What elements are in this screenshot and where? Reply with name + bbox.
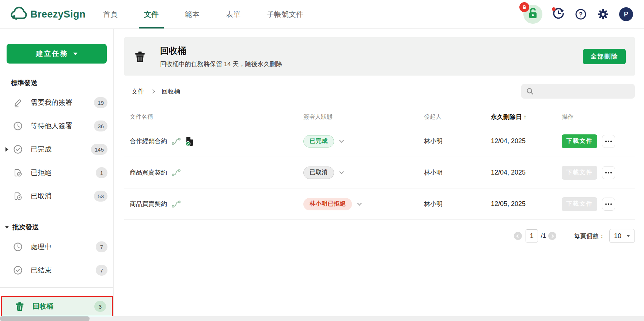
horizontal-scrollbar[interactable] [0,316,644,321]
sidebar: 建立任務 標準發送 需要我的簽署 19 等待他人簽署 36 已完成 145 [0,29,114,316]
search-input[interactable] [537,88,630,95]
count-badge: 7 [96,241,107,252]
status-badge[interactable]: 已取消 [303,167,334,179]
history-button[interactable] [552,7,565,22]
sidebar-item-finished[interactable]: 已結束 7 [0,259,113,282]
sidebar-item-rejected[interactable]: 已拒絕 1 [0,161,113,184]
notification-badge [519,2,529,12]
sidebar-item-need-my-signature[interactable]: 需要我的簽署 19 [0,91,113,114]
document-name[interactable]: 合作經銷合約 [130,137,167,145]
next-page-button[interactable] [548,232,556,240]
nav-item-forms[interactable]: 表單 [213,0,254,28]
chevron-down-icon[interactable] [339,169,344,174]
workflow-icon [171,137,181,146]
delete-all-button[interactable]: 全部刪除 [583,49,626,64]
column-actions: 操作 [562,113,635,121]
per-page-select[interactable]: 10 [609,229,635,243]
previous-page-button[interactable] [514,232,522,240]
sidebar-item-label: 等待他人簽署 [31,121,72,131]
notification-dot [552,7,556,11]
column-initiator: 發起人 [424,113,491,121]
table-header-row: 文件名稱 簽署人狀態 發起人 永久刪除日 ↑ 操作 [124,108,635,126]
count-badge: 1 [96,167,107,178]
scrollbar-thumb[interactable] [0,316,90,321]
question-icon: ? [575,8,587,20]
pencil-icon [13,98,23,107]
more-actions-button[interactable] [602,135,615,148]
search-icon [526,88,534,95]
document-name[interactable]: 商品買賣契約 [130,168,167,177]
sidebar-item-completed[interactable]: 已完成 145 [0,138,113,161]
chevron-right-icon [151,89,155,93]
create-task-label: 建立任務 [36,49,68,58]
header-actions: ? P [523,5,633,24]
open-lock-icon [527,8,538,21]
count-badge: 7 [96,265,107,276]
primary-nav: 首頁 文件 範本 表單 子帳號文件 [90,0,317,28]
user-avatar[interactable]: P [619,7,633,21]
sidebar-item-label: 處理中 [31,242,52,252]
sidebar-item-label: 已結束 [31,265,52,275]
expand-caret-icon[interactable] [5,147,8,152]
trash-icon [135,50,145,63]
gear-icon [596,8,610,21]
pagination: /1 每頁個數： 10 [124,229,635,243]
sidebar-item-processing[interactable]: 處理中 7 [0,235,113,259]
more-actions-button[interactable] [602,198,615,211]
chevron-down-icon[interactable] [357,201,362,206]
sidebar-item-label: 已取消 [31,191,52,201]
sidebar-item-recycle-bin[interactable]: 回收桶 3 [2,297,112,316]
document-name[interactable]: 商品買賣契約 [130,200,167,208]
recycle-bin-table: 文件名稱 簽署人狀態 發起人 永久刪除日 ↑ 操作 合作經銷合約 [124,108,635,220]
red-annotation-box: 回收桶 3 [1,296,113,317]
caret-down-icon [626,235,630,237]
per-page-label: 每頁個數： [574,232,605,240]
workflow-icon [171,200,181,209]
page-input[interactable] [526,229,538,242]
brand-name: BreezySign [30,9,86,20]
count-badge: 53 [94,191,107,202]
chevron-left-icon [516,234,520,238]
nav-item-templates[interactable]: 範本 [172,0,213,28]
nav-item-documents[interactable]: 文件 [131,0,172,28]
column-signer-status: 簽署人狀態 [303,113,424,121]
sidebar-item-waiting-others[interactable]: 等待他人簽署 36 [0,114,113,138]
permanent-delete-date: 12/05, 2025 [491,200,562,208]
sidebar-item-label: 已完成 [31,145,52,154]
sidebar-item-cancelled[interactable]: 已取消 53 [0,184,113,208]
clock-icon [13,121,23,131]
page-total: /1 [541,232,546,240]
sidebar-item-label: 回收桶 [33,302,53,311]
cloud-logo-icon [10,6,27,22]
page-subtitle: 回收桶中的任務將保留 14 天，隨後永久刪除 [160,60,282,68]
create-task-button[interactable]: 建立任務 [7,44,107,64]
column-permanent-delete-date[interactable]: 永久刪除日 ↑ [491,113,562,121]
signed-document-icon [185,136,194,146]
initiator-name: 林小明 [424,200,491,208]
status-badge[interactable]: 已完成 [303,135,334,148]
breadcrumb-row: 文件 回收桶 [124,84,635,99]
download-button[interactable]: 下載文件 [562,134,597,148]
count-badge: 3 [94,301,106,312]
brand-logo[interactable]: BreezySign [10,6,86,22]
help-button[interactable]: ? [575,8,587,20]
breadcrumb-recycle-bin[interactable]: 回收桶 [162,87,180,96]
recycle-bin-banner: 回收桶 回收桶中的任務將保留 14 天，隨後永久刪除 全部刪除 [124,37,635,76]
breadcrumb-documents[interactable]: 文件 [132,87,144,96]
count-badge: 19 [94,97,107,108]
settings-button[interactable] [596,8,610,21]
download-button-disabled: 下載文件 [562,166,597,180]
sidebar-item-label: 已拒絕 [31,168,52,177]
nav-item-home[interactable]: 首頁 [90,0,131,28]
table-row: 商品買賣契約 已取消 林小明 12/04, 2025 下載文件 [124,157,635,188]
svg-text:?: ? [579,11,583,18]
security-lock-button[interactable] [523,5,542,24]
section-standard-send: 標準發送 [0,79,113,87]
section-batch-send[interactable]: 批次發送 [0,223,113,232]
search-box[interactable] [521,84,635,99]
status-badge[interactable]: 林小明已拒絕 [303,198,352,210]
column-label: 永久刪除日 [491,113,522,121]
chevron-down-icon[interactable] [339,138,344,143]
nav-item-subaccount-docs[interactable]: 子帳號文件 [254,0,317,28]
more-actions-button[interactable] [602,166,615,179]
